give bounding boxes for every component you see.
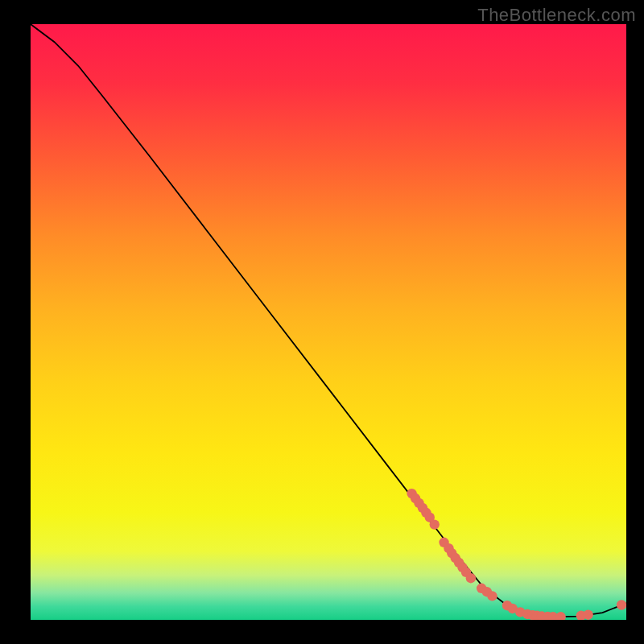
- data-point: [617, 600, 626, 609]
- chart-frame: TheBottleneck.com: [0, 0, 644, 644]
- plot-area: [31, 24, 626, 620]
- data-point: [583, 610, 592, 620]
- watermark-text: TheBottleneck.com: [477, 5, 636, 26]
- data-point: [466, 573, 476, 583]
- chart-svg: [31, 24, 626, 620]
- gradient-background: [31, 24, 626, 620]
- data-point: [430, 519, 440, 529]
- data-point: [487, 591, 497, 601]
